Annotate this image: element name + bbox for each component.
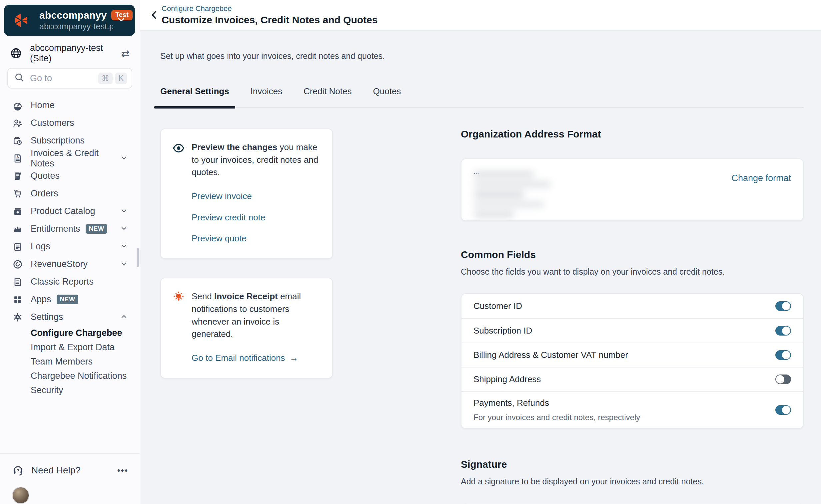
sidebar-item-entitlements[interactable]: EntitlementsNEW xyxy=(0,220,139,238)
subscriptions-icon xyxy=(12,135,23,146)
org-text: abccompanyy Test abccompanyy-test.pre... xyxy=(39,10,113,31)
submenu-item-chargebee-notifications[interactable]: Chargebee Notifications xyxy=(0,369,139,383)
chevron-down-icon xyxy=(120,259,128,269)
site-name: abccompanyy-test (Site) xyxy=(30,43,121,64)
new-badge: NEW xyxy=(57,295,79,304)
sidebar-item-label: RevenueStory xyxy=(31,259,88,269)
more-options-icon[interactable]: ••• xyxy=(117,465,128,476)
invoice-receipt-text: Send Invoice Receipt email notifications… xyxy=(191,290,321,364)
sidebar-item-home[interactable]: Home xyxy=(0,97,139,114)
preview-bold-text: Preview the changes xyxy=(191,142,277,152)
user-avatar[interactable] xyxy=(12,487,29,504)
redacted-ellipsis: ... xyxy=(473,168,479,175)
sidebar-item-product-catalog[interactable]: Product Catalog xyxy=(0,202,139,220)
need-help-button[interactable]: ? Need Help? ••• xyxy=(0,453,139,487)
preview-credit-note-link[interactable]: Preview credit note xyxy=(191,211,321,224)
submenu-item-configure-chargebee[interactable]: Configure Chargebee xyxy=(0,326,139,340)
field-label: Payments, Refunds xyxy=(473,398,775,408)
breadcrumb[interactable]: Configure Chargebee xyxy=(161,4,378,13)
receipt-prefix-text: Send xyxy=(191,291,214,301)
submenu-item-security[interactable]: Security xyxy=(0,383,139,397)
sidebar-item-logs[interactable]: Logs xyxy=(0,238,139,255)
sidebar-item-label: Quotes xyxy=(31,171,60,181)
preview-quote-link[interactable]: Preview quote xyxy=(191,232,321,245)
logs-icon xyxy=(12,241,23,252)
search-input[interactable] xyxy=(30,73,96,84)
svg-text:$: $ xyxy=(17,154,19,158)
back-chevron-icon[interactable] xyxy=(147,5,161,25)
toggle-knob xyxy=(782,302,790,310)
need-help-label: Need Help? xyxy=(31,465,117,476)
org-name: abccompanyy xyxy=(39,10,107,21)
sidebar-item-customers[interactable]: Customers xyxy=(0,114,139,132)
sidebar-item-apps[interactable]: AppsNEW xyxy=(0,291,139,308)
svg-text:?: ? xyxy=(17,468,19,473)
sidebar-item-subscriptions[interactable]: Subscriptions xyxy=(0,132,139,149)
sidebar-item-quotes[interactable]: Quotes xyxy=(0,167,139,185)
preview-changes-card: Preview the changes you make to your inv… xyxy=(160,128,333,259)
search-box[interactable]: ⌘ K xyxy=(7,68,132,89)
submenu-item-team-members[interactable]: Team Members xyxy=(0,355,139,369)
org-subdomain: abccompanyy-test.pre... xyxy=(39,22,113,31)
orders-icon xyxy=(12,188,23,199)
common-fields-card: Customer ID Subscription ID Billing Addr… xyxy=(461,293,804,429)
preview-links: Preview invoicePreview credit notePrevie… xyxy=(191,190,321,245)
toggle-subscription-id[interactable] xyxy=(775,326,791,336)
tab-invoices[interactable]: Invoices xyxy=(251,86,282,107)
customers-icon xyxy=(12,118,23,129)
toggle-knob xyxy=(782,351,790,359)
sidebar-item-revenuestory[interactable]: RevenueStory xyxy=(0,255,139,273)
org-address-card: ... Change format xyxy=(461,158,804,221)
tab-quotes[interactable]: Quotes xyxy=(373,86,401,107)
org-address-format-heading: Organization Address Format xyxy=(461,128,804,140)
settings-icon xyxy=(12,312,23,323)
chevron-down-icon xyxy=(120,206,128,216)
sidebar-item-classic-reports[interactable]: Classic Reports xyxy=(0,273,139,291)
k-key-badge: K xyxy=(115,73,127,84)
header-text: Configure Chargebee Customize Invoices, … xyxy=(161,4,378,26)
eye-icon xyxy=(172,142,185,154)
field-label: Billing Address & Customer VAT number xyxy=(473,350,775,360)
quotes-icon xyxy=(12,170,23,182)
submenu-item-import-export-data[interactable]: Import & Export Data xyxy=(0,340,139,355)
toggle-shipping-address[interactable] xyxy=(775,375,791,384)
tab-general-settings[interactable]: General Settings xyxy=(160,86,229,107)
sidebar-item-invoices-credit-notes[interactable]: $Invoices & Credit Notes xyxy=(0,149,139,167)
toggle-customer-id[interactable] xyxy=(775,301,791,311)
site-selector[interactable]: abccompanyy-test (Site) ⇄ xyxy=(0,46,139,61)
field-sublabel: For your invoices and credit notes, resp… xyxy=(473,413,775,422)
org-switcher[interactable]: abccompanyy Test abccompanyy-test.pre... xyxy=(4,5,135,36)
field-row-customer-id: Customer ID xyxy=(461,294,803,318)
chevron-down-icon xyxy=(120,153,128,163)
classic-reports-icon xyxy=(12,276,23,288)
page-content: Set up what goes into your invoices, cre… xyxy=(140,31,821,504)
chevron-down-icon xyxy=(120,224,128,234)
product-catalog-icon xyxy=(12,206,23,217)
field-label: Customer ID xyxy=(473,301,775,311)
preview-invoice-link[interactable]: Preview invoice xyxy=(191,190,321,203)
invoice-receipt-card: Send Invoice Receipt email notifications… xyxy=(160,278,333,378)
toggle-billing-address-customer-vat-number[interactable] xyxy=(775,350,791,360)
toggle-knob xyxy=(776,375,784,383)
apps-icon xyxy=(12,294,23,305)
field-row-billing-address-customer-vat-number: Billing Address & Customer VAT number xyxy=(461,343,803,367)
toggle-payments-refunds[interactable] xyxy=(775,405,791,415)
email-notifications-link-label: Go to Email notifications xyxy=(191,353,285,363)
revenuestory-icon xyxy=(12,259,23,270)
redacted-address: ... xyxy=(472,167,571,218)
field-text: Billing Address & Customer VAT number xyxy=(473,344,775,366)
switch-site-icon[interactable]: ⇄ xyxy=(121,48,130,59)
invoices-credit-notes-icon: $ xyxy=(12,153,23,164)
change-format-link[interactable]: Change format xyxy=(731,173,791,220)
sidebar-item-settings[interactable]: Settings xyxy=(0,308,139,326)
field-label: Shipping Address xyxy=(473,374,775,384)
common-fields-description: Choose the fields you want to display on… xyxy=(461,267,804,277)
sidebar-scrollbar[interactable] xyxy=(137,248,139,267)
field-text: Customer ID xyxy=(473,295,775,317)
sidebar-item-orders[interactable]: Orders xyxy=(0,185,139,202)
email-notifications-link[interactable]: Go to Email notifications→ xyxy=(191,352,298,365)
sidebar: abccompanyy Test abccompanyy-test.pre...… xyxy=(0,0,140,504)
tab-credit-notes[interactable]: Credit Notes xyxy=(304,86,352,107)
field-text: Payments, Refunds For your invoices and … xyxy=(473,392,775,428)
sidebar-item-label: Settings xyxy=(31,312,63,322)
